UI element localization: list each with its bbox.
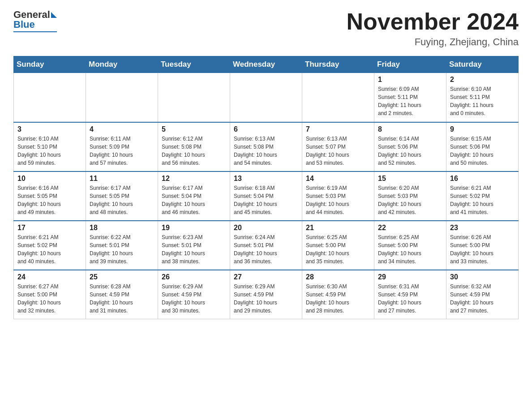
day-info: Sunrise: 6:23 AM Sunset: 5:01 PM Dayligh… (162, 233, 226, 265)
day-info: Sunrise: 6:32 AM Sunset: 4:59 PM Dayligh… (450, 283, 515, 315)
day-info: Sunrise: 6:25 AM Sunset: 5:00 PM Dayligh… (306, 233, 370, 265)
day-info: Sunrise: 6:25 AM Sunset: 5:00 PM Dayligh… (378, 233, 442, 265)
day-number: 8 (378, 125, 442, 133)
calendar-cell-w1-d3 (158, 73, 230, 122)
day-info: Sunrise: 6:12 AM Sunset: 5:08 PM Dayligh… (162, 135, 226, 167)
location-title: Fuying, Zhejiang, China (347, 36, 519, 48)
calendar-cell-w3-d6: 15Sunrise: 6:20 AM Sunset: 5:03 PM Dayli… (374, 171, 446, 221)
calendar-cell-w1-d4 (230, 73, 302, 122)
day-info: Sunrise: 6:29 AM Sunset: 4:59 PM Dayligh… (162, 283, 226, 315)
day-number: 20 (234, 224, 298, 232)
calendar-cell-w3-d1: 10Sunrise: 6:16 AM Sunset: 5:05 PM Dayli… (14, 171, 86, 221)
calendar-cell-w5-d6: 29Sunrise: 6:31 AM Sunset: 4:59 PM Dayli… (374, 270, 446, 319)
day-info: Sunrise: 6:28 AM Sunset: 4:59 PM Dayligh… (90, 283, 154, 315)
logo-underline (13, 31, 57, 32)
logo-blue-row: Blue (13, 19, 35, 30)
calendar-cell-w4-d2: 18Sunrise: 6:22 AM Sunset: 5:01 PM Dayli… (86, 221, 158, 270)
header-saturday: Saturday (446, 56, 519, 73)
week-row-5: 24Sunrise: 6:27 AM Sunset: 5:00 PM Dayli… (14, 270, 519, 319)
month-title: November 2024 (347, 9, 519, 34)
calendar-cell-w3-d4: 13Sunrise: 6:18 AM Sunset: 5:04 PM Dayli… (230, 171, 302, 221)
day-info: Sunrise: 6:26 AM Sunset: 5:00 PM Dayligh… (450, 233, 515, 265)
calendar-cell-w5-d4: 27Sunrise: 6:29 AM Sunset: 4:59 PM Dayli… (230, 270, 302, 319)
calendar-cell-w3-d2: 11Sunrise: 6:17 AM Sunset: 5:05 PM Dayli… (86, 171, 158, 221)
weekday-header-row: Sunday Monday Tuesday Wednesday Thursday… (14, 56, 519, 73)
day-number: 21 (306, 224, 370, 232)
week-row-1: 1Sunrise: 6:09 AM Sunset: 5:11 PM Daylig… (14, 73, 519, 122)
day-info: Sunrise: 6:27 AM Sunset: 5:00 PM Dayligh… (17, 283, 82, 315)
title-area: November 2024 Fuying, Zhejiang, China (347, 9, 519, 48)
day-number: 29 (378, 273, 442, 281)
day-number: 30 (450, 273, 515, 281)
calendar-cell-w4-d6: 22Sunrise: 6:25 AM Sunset: 5:00 PM Dayli… (374, 221, 446, 270)
calendar-cell-w2-d6: 8Sunrise: 6:14 AM Sunset: 5:06 PM Daylig… (374, 122, 446, 171)
day-info: Sunrise: 6:21 AM Sunset: 5:02 PM Dayligh… (450, 184, 515, 216)
day-number: 3 (17, 125, 82, 133)
calendar-cell-w2-d1: 3Sunrise: 6:10 AM Sunset: 5:10 PM Daylig… (14, 122, 86, 171)
calendar-cell-w4-d3: 19Sunrise: 6:23 AM Sunset: 5:01 PM Dayli… (158, 221, 230, 270)
header-tuesday: Tuesday (158, 56, 230, 73)
day-number: 9 (450, 125, 515, 133)
calendar-cell-w4-d1: 17Sunrise: 6:21 AM Sunset: 5:02 PM Dayli… (14, 221, 86, 270)
day-info: Sunrise: 6:11 AM Sunset: 5:09 PM Dayligh… (90, 135, 154, 167)
header-monday: Monday (86, 56, 158, 73)
day-info: Sunrise: 6:19 AM Sunset: 5:03 PM Dayligh… (306, 184, 370, 216)
day-number: 17 (17, 224, 82, 232)
day-number: 5 (162, 125, 226, 133)
day-number: 2 (450, 76, 515, 84)
day-info: Sunrise: 6:17 AM Sunset: 5:05 PM Dayligh… (90, 184, 154, 216)
day-info: Sunrise: 6:10 AM Sunset: 5:11 PM Dayligh… (450, 85, 515, 117)
calendar-cell-w5-d5: 28Sunrise: 6:30 AM Sunset: 4:59 PM Dayli… (302, 270, 374, 319)
calendar-cell-w5-d2: 25Sunrise: 6:28 AM Sunset: 4:59 PM Dayli… (86, 270, 158, 319)
day-number: 23 (450, 224, 515, 232)
day-number: 15 (378, 175, 442, 183)
day-number: 11 (90, 175, 154, 183)
day-info: Sunrise: 6:14 AM Sunset: 5:06 PM Dayligh… (378, 135, 442, 167)
day-number: 27 (234, 273, 298, 281)
day-number: 12 (162, 175, 226, 183)
calendar-cell-w1-d1 (14, 73, 86, 122)
week-row-3: 10Sunrise: 6:16 AM Sunset: 5:05 PM Dayli… (14, 171, 519, 221)
calendar-cell-w2-d2: 4Sunrise: 6:11 AM Sunset: 5:09 PM Daylig… (86, 122, 158, 171)
calendar-cell-w4-d5: 21Sunrise: 6:25 AM Sunset: 5:00 PM Dayli… (302, 221, 374, 270)
day-number: 26 (162, 273, 226, 281)
week-row-4: 17Sunrise: 6:21 AM Sunset: 5:02 PM Dayli… (14, 221, 519, 270)
day-info: Sunrise: 6:20 AM Sunset: 5:03 PM Dayligh… (378, 184, 442, 216)
calendar-cell-w1-d5 (302, 73, 374, 122)
calendar-cell-w5-d7: 30Sunrise: 6:32 AM Sunset: 4:59 PM Dayli… (446, 270, 519, 319)
calendar-cell-w2-d4: 6Sunrise: 6:13 AM Sunset: 5:08 PM Daylig… (230, 122, 302, 171)
day-number: 14 (306, 175, 370, 183)
day-number: 28 (306, 273, 370, 281)
day-info: Sunrise: 6:31 AM Sunset: 4:59 PM Dayligh… (378, 283, 442, 315)
day-info: Sunrise: 6:18 AM Sunset: 5:04 PM Dayligh… (234, 184, 298, 216)
header-friday: Friday (374, 56, 446, 73)
calendar-cell-w5-d1: 24Sunrise: 6:27 AM Sunset: 5:00 PM Dayli… (14, 270, 86, 319)
week-row-2: 3Sunrise: 6:10 AM Sunset: 5:10 PM Daylig… (14, 122, 519, 171)
logo: General Blue (13, 9, 57, 32)
calendar-cell-w1-d7: 2Sunrise: 6:10 AM Sunset: 5:11 PM Daylig… (446, 73, 519, 122)
day-info: Sunrise: 6:30 AM Sunset: 4:59 PM Dayligh… (306, 283, 370, 315)
logo-triangle-icon (51, 12, 57, 18)
day-number: 7 (306, 125, 370, 133)
calendar-cell-w2-d5: 7Sunrise: 6:13 AM Sunset: 5:07 PM Daylig… (302, 122, 374, 171)
day-number: 22 (378, 224, 442, 232)
calendar-table: Sunday Monday Tuesday Wednesday Thursday… (13, 56, 519, 319)
day-info: Sunrise: 6:13 AM Sunset: 5:07 PM Dayligh… (306, 135, 370, 167)
calendar-cell-w4-d4: 20Sunrise: 6:24 AM Sunset: 5:01 PM Dayli… (230, 221, 302, 270)
day-number: 6 (234, 125, 298, 133)
day-number: 10 (17, 175, 82, 183)
calendar-cell-w3-d5: 14Sunrise: 6:19 AM Sunset: 5:03 PM Dayli… (302, 171, 374, 221)
logo-blue-text: Blue (13, 19, 35, 30)
header-thursday: Thursday (302, 56, 374, 73)
day-number: 16 (450, 175, 515, 183)
day-number: 24 (17, 273, 82, 281)
day-number: 13 (234, 175, 298, 183)
calendar-cell-w5-d3: 26Sunrise: 6:29 AM Sunset: 4:59 PM Dayli… (158, 270, 230, 319)
day-info: Sunrise: 6:15 AM Sunset: 5:06 PM Dayligh… (450, 135, 515, 167)
calendar-cell-w2-d3: 5Sunrise: 6:12 AM Sunset: 5:08 PM Daylig… (158, 122, 230, 171)
day-info: Sunrise: 6:29 AM Sunset: 4:59 PM Dayligh… (234, 283, 298, 315)
header-wednesday: Wednesday (230, 56, 302, 73)
day-info: Sunrise: 6:22 AM Sunset: 5:01 PM Dayligh… (90, 233, 154, 265)
day-number: 19 (162, 224, 226, 232)
day-number: 18 (90, 224, 154, 232)
